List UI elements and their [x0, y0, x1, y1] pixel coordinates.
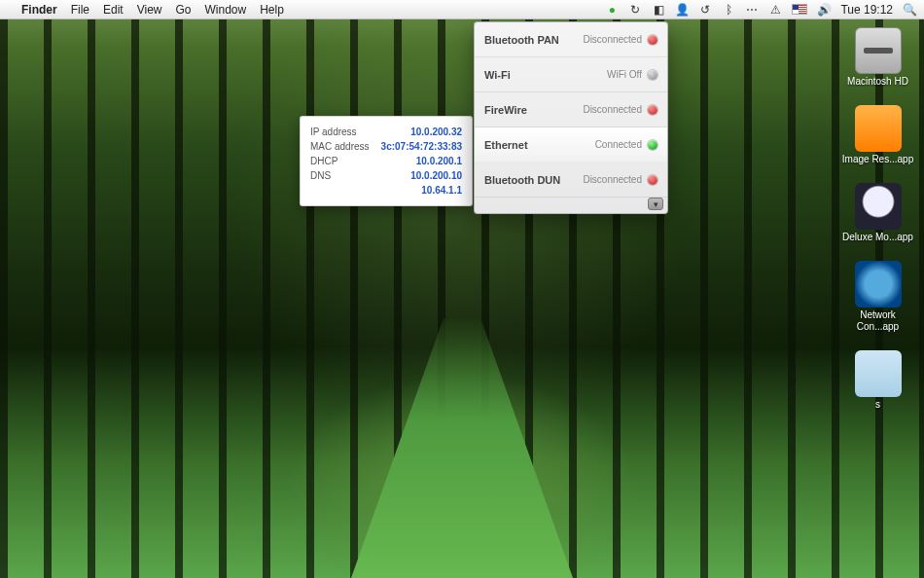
detail-value: 3c:07:54:72:33:83 — [381, 139, 462, 154]
interface-status: Disconnected — [583, 34, 657, 45]
interface-details-tooltip: IP address 10.0.200.32 MAC address 3c:07… — [300, 116, 473, 206]
interface-name: FireWire — [484, 104, 527, 116]
desktop-icon-app[interactable]: Deluxe Mo...app — [841, 183, 914, 243]
desktop-icon-hd[interactable]: Macintosh HD — [841, 27, 914, 88]
menu-extra-icon[interactable]: ⋯ — [745, 3, 759, 17]
menu-bar: Finder File Edit View Go Window Help ● ↻… — [0, 0, 924, 19]
hard-drive-icon — [855, 27, 902, 74]
interface-name: Bluetooth DUN — [484, 174, 560, 186]
desktop-icons: Macintosh HD Image Res...app Deluxe Mo..… — [841, 27, 914, 411]
interface-status: Disconnected — [583, 174, 657, 185]
clock[interactable]: Tue 19:12 — [840, 3, 893, 17]
detail-key: DHCP — [310, 154, 338, 168]
menu-edit[interactable]: Edit — [103, 3, 124, 17]
desktop-icon-label: s — [875, 399, 880, 411]
app-icon — [855, 261, 902, 307]
interface-status: Disconnected — [583, 104, 657, 115]
status-dot-icon — [648, 35, 657, 45]
interface-name: Bluetooth PAN — [484, 34, 559, 46]
desktop-icon-label: Image Res...app — [842, 154, 913, 165]
detail-value: 10.0.200.32 — [410, 125, 462, 139]
detail-key: DNS — [310, 168, 331, 183]
interface-name: Wi-Fi — [484, 69, 511, 81]
detail-row: IP address 10.0.200.32 — [310, 125, 462, 139]
network-interface-row[interactable]: FireWire Disconnected — [475, 92, 667, 127]
status-dot-icon — [648, 140, 657, 150]
desktop-icon-label: Deluxe Mo...app — [842, 232, 913, 243]
desktop-icon-label: Network Con...app — [841, 309, 914, 333]
interface-status: Connected — [595, 139, 657, 150]
menu-view[interactable]: View — [137, 3, 162, 17]
status-dot-icon — [648, 175, 657, 185]
menu-window[interactable]: Window — [205, 3, 247, 17]
detail-key: IP address — [310, 125, 357, 139]
desktop-wallpaper — [0, 0, 924, 578]
interface-name: Ethernet — [484, 139, 528, 151]
popup-footer: ▾ — [475, 198, 667, 213]
menu-go[interactable]: Go — [176, 3, 192, 17]
app-icon — [855, 183, 902, 230]
app-icon — [855, 105, 902, 152]
desktop-icon-label: Macintosh HD — [847, 76, 908, 88]
network-interface-row[interactable]: Bluetooth DUN Disconnected — [475, 163, 667, 198]
detail-value: 10.0.200.10 — [410, 168, 462, 183]
status-dot-icon — [648, 105, 657, 115]
detail-row: DNS 10.0.200.10 — [310, 168, 462, 183]
detail-row: DHCP 10.0.200.1 — [310, 154, 462, 168]
menu-file[interactable]: File — [71, 3, 89, 17]
detail-key: MAC address — [310, 139, 370, 154]
menu-help[interactable]: Help — [260, 3, 284, 17]
spotlight-icon[interactable]: 🔍 — [903, 3, 916, 17]
desktop-icon-app[interactable]: Image Res...app — [841, 105, 914, 165]
bluetooth-icon[interactable]: ᛒ — [722, 3, 735, 17]
network-interface-row[interactable]: Bluetooth PAN Disconnected — [475, 22, 667, 57]
app-menu[interactable]: Finder — [21, 3, 57, 17]
status-dot-icon — [648, 70, 657, 80]
input-source-flag-icon[interactable] — [792, 4, 807, 15]
folder-icon — [855, 350, 902, 397]
network-interface-row[interactable]: Ethernet Connected — [475, 127, 667, 163]
sync-icon[interactable]: ↻ — [628, 3, 642, 17]
detail-value: 10.0.200.1 — [416, 154, 462, 168]
expand-button[interactable]: ▾ — [648, 198, 663, 210]
network-status-popup: Bluetooth PAN Disconnected Wi-Fi WiFi Of… — [474, 21, 668, 214]
status-dot-icon[interactable]: ● — [605, 3, 619, 17]
interface-status: WiFi Off — [607, 69, 657, 80]
user-icon[interactable]: 👤 — [675, 3, 689, 17]
chevron-down-icon: ▾ — [654, 199, 658, 209]
wifi-icon[interactable]: ⚠︎ — [768, 3, 782, 17]
detail-row: MAC address 3c:07:54:72:33:83 — [310, 139, 462, 154]
detail-row: . 10.64.1.1 — [310, 183, 462, 198]
time-machine-icon[interactable]: ↺ — [698, 3, 712, 17]
volume-icon[interactable]: 🔊 — [817, 3, 831, 17]
detail-value: 10.64.1.1 — [421, 183, 462, 198]
app-status-icon[interactable]: ◧ — [652, 3, 665, 17]
desktop-icon-app[interactable]: Network Con...app — [841, 261, 914, 333]
desktop-icon-folder[interactable]: s — [841, 350, 914, 411]
network-interface-row[interactable]: Wi-Fi WiFi Off — [475, 57, 667, 92]
